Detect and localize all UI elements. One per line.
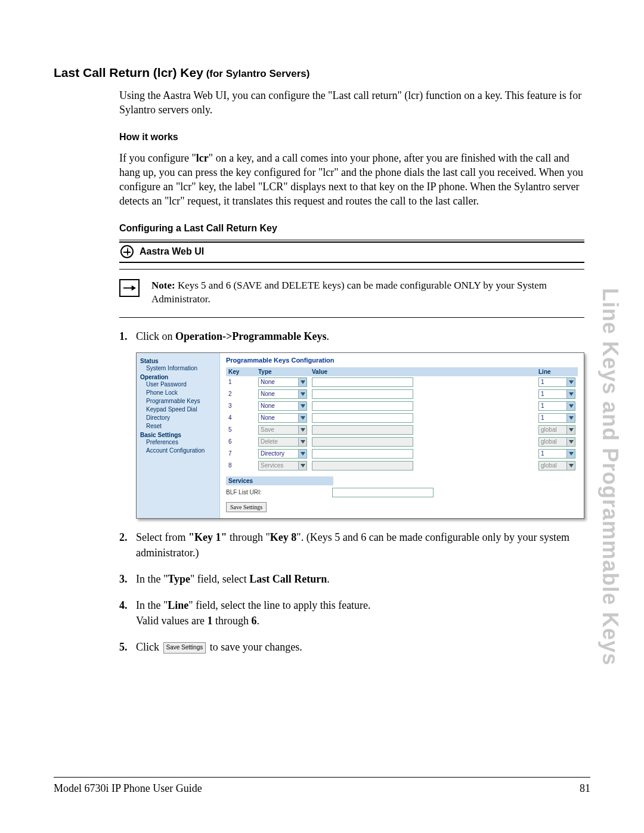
table-row: 7Directory1 [226,448,578,460]
services-header: Services [226,476,333,485]
chevron-down-icon [298,438,306,446]
value-input[interactable] [312,401,413,411]
value-input [312,425,413,435]
table-row: 6Deleteglobal [226,436,578,448]
line-select[interactable]: 1 [538,377,575,387]
chevron-down-icon [566,438,575,446]
svg-marker-6 [301,404,305,408]
nav-phone-lock[interactable]: Phone Lock [146,389,216,397]
nav-status[interactable]: Status [140,358,216,364]
intro-paragraph: Using the Aastra Web UI, you can configu… [119,88,584,117]
svg-marker-17 [569,464,574,467]
table-row: 8Servicesglobal [226,460,578,472]
step-1: 1. Click on Operation->Programmable Keys… [119,329,584,344]
cell-line: global [536,460,578,472]
heading-main: Last Call Return (lcr) Key [54,66,203,79]
nav-preferences[interactable]: Preferences [146,438,216,447]
line-select[interactable]: 1 [538,413,575,423]
how-it-works-heading: How it works [119,132,584,143]
chevron-down-icon [566,390,575,398]
col-value: Value [309,367,536,376]
svg-marker-11 [569,428,574,432]
nav-sysinfo[interactable]: System Information [146,364,216,373]
value-input [312,437,413,447]
cell-line: 1 [536,400,578,412]
value-input [312,461,413,470]
value-input[interactable] [312,377,413,387]
nav-account-config[interactable]: Account Configuration [146,447,216,455]
chevron-down-icon [298,402,306,410]
section-heading: Last Call Return (lcr) Key (for Sylantro… [54,66,590,80]
note-arrow-icon [119,279,140,297]
line-select[interactable]: 1 [538,401,575,411]
divider [119,317,584,318]
chevron-down-icon [566,414,575,422]
divider [119,240,584,240]
step-5: 5. Click Save Settings to save your chan… [119,639,584,655]
cell-key: 7 [226,448,256,460]
line-select[interactable]: 1 [538,449,575,459]
svg-marker-13 [569,440,574,444]
blf-row: BLF List URI: [226,488,578,497]
chevron-down-icon [298,450,306,458]
chevron-down-icon [298,426,306,434]
value-input[interactable] [312,449,413,459]
chevron-down-icon [298,378,306,386]
nav-keypad-speed-dial[interactable]: Keypad Speed Dial [146,405,216,414]
nav-basic-settings[interactable]: Basic Settings [140,432,216,438]
divider [119,269,584,270]
type-select[interactable]: None [258,413,307,423]
step-2: 2. Select from "Key 1" through "Key 8". … [119,529,584,561]
chevron-down-icon [298,390,306,398]
page-content: Last Call Return (lcr) Key (for Sylantro… [54,66,590,655]
nav-directory[interactable]: Directory [146,414,216,422]
table-row: 2None1 [226,388,578,400]
svg-marker-15 [569,452,574,456]
cell-key: 8 [226,460,256,472]
svg-marker-3 [569,380,574,384]
nav-programmable-keys[interactable]: Programmable Keys [146,397,216,405]
line-select[interactable]: 1 [538,389,575,399]
nav-operation[interactable]: Operation [140,374,216,380]
type-select[interactable]: None [258,389,307,399]
cell-line: 1 [536,412,578,424]
table-row: 4None1 [226,412,578,424]
cell-type: None [256,376,309,388]
chevron-down-icon [566,402,575,410]
note-text: Note: Keys 5 and 6 (SAVE and DELETE keys… [151,279,584,306]
save-settings-inline-button[interactable]: Save Settings [163,642,206,654]
type-select[interactable]: None [258,401,307,411]
type-select[interactable]: Directory [258,449,307,459]
step-4: 4. In the "Line" field, select the line … [119,597,584,628]
cell-key: 1 [226,376,256,388]
blf-input[interactable] [332,488,434,497]
svg-marker-9 [569,416,574,420]
type-select: Delete [258,437,307,447]
chevron-down-icon [298,462,306,470]
divider [119,262,584,263]
svg-marker-2 [301,380,305,384]
chevron-down-icon [298,414,306,422]
cell-line: 1 [536,388,578,400]
cell-type: Services [256,460,309,472]
type-select: Services [258,461,307,470]
nav-reset[interactable]: Reset [146,422,216,431]
cell-value [309,376,536,388]
cell-value [309,424,536,436]
webui-label: Aastra Web UI [140,246,204,257]
cell-line: global [536,424,578,436]
save-settings-button[interactable]: Save Settings [226,502,267,512]
type-select[interactable]: None [258,377,307,387]
line-select: global [538,461,575,470]
blf-label: BLF List URI: [226,489,327,496]
value-input[interactable] [312,389,413,399]
svg-marker-8 [301,416,305,420]
main-panel: Programmable Keys Configuration Key Type… [220,353,584,518]
cell-type: Save [256,424,309,436]
footer-rule [54,777,590,778]
configuring-heading: Configuring a Last Call Return Key [119,223,584,234]
nav-user-password[interactable]: User Password [146,380,216,389]
step-3: 3. In the "Type" field, select Last Call… [119,571,584,587]
value-input[interactable] [312,413,413,423]
keys-table: Key Type Value Line 1None12None13None14N… [226,367,578,472]
